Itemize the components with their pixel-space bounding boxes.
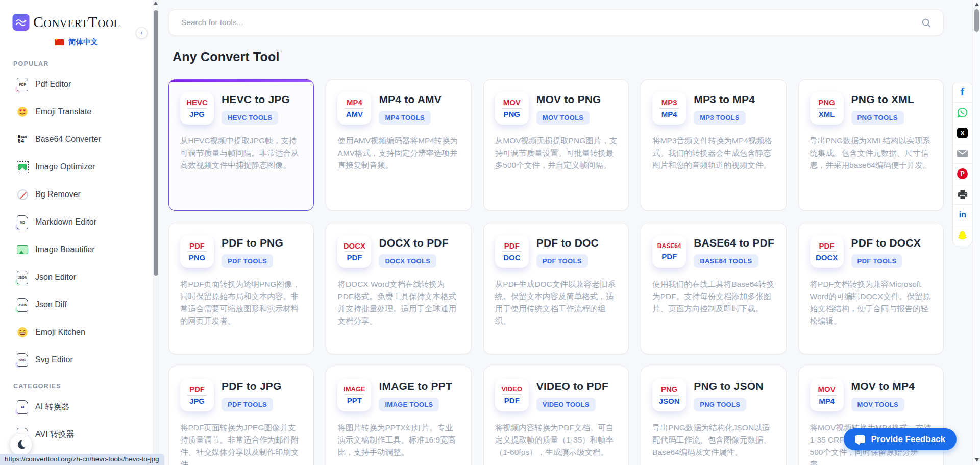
sidebar-item-ai[interactable]: AI AI 转换器 [0, 393, 153, 421]
sidebar-item-label: AI 转换器 [35, 402, 70, 412]
sidebar-item-pdf-editor[interactable]: PDF Pdf Editor [0, 70, 153, 98]
badge-to-format: PDF [347, 254, 362, 261]
card-description: 将图片转换为PPTX幻灯片。专业演示文稿制作工具。标准16:9宽高比，支持手动调… [337, 422, 459, 458]
tool-card-pdf-to-doc[interactable]: PDF DOC PDF to DOC PDF TOOLS 从PDF生成DOC文件… [483, 223, 629, 354]
format-badge: PDF DOC [495, 235, 529, 268]
sidebar-item-markdown-editor[interactable]: MD Markdown Editor [0, 208, 153, 236]
facebook-share-button[interactable]: f [953, 82, 972, 103]
card-title: MP4 to AMV [379, 93, 442, 106]
tool-card-mov-to-png[interactable]: MOV PNG MOV to PNG MOV TOOLS 从MOV视频无损提取P… [483, 79, 629, 211]
badge-divider [502, 108, 522, 109]
card-category-tag[interactable]: IMAGE TOOLS [379, 398, 439, 411]
sidebar-item-svg-editor[interactable]: SVG Svg Editor [0, 346, 153, 374]
format-badge: PDF PNG [180, 235, 214, 268]
card-category-tag[interactable]: VIDEO TOOLS [536, 398, 596, 411]
page-scrollbar-thumb[interactable] [974, 9, 979, 32]
search-icon[interactable] [921, 17, 932, 29]
card-category-tag[interactable]: PDF TOOLS [222, 398, 273, 411]
card-category-tag[interactable]: PNG TOOLS [694, 398, 746, 411]
sidebar-item-emoji-kitchen[interactable]: Emoji Kitchen [0, 319, 153, 346]
page-scrollbar[interactable] [972, 0, 980, 465]
whatsapp-share-button[interactable] [953, 103, 972, 123]
brand-logo[interactable]: ConvertTool [0, 13, 137, 31]
tool-card-pdf-to-docx[interactable]: PDF DOCX PDF to DOCX PDF TOOLS 将PDF文档转换为… [798, 223, 944, 354]
sidebar-item-label: Image Optimizer [35, 162, 95, 172]
tool-card-base64-to-pdf[interactable]: BASE64 PDF BASE64 to PDF BASE64 TOOLS 使用… [641, 223, 786, 354]
card-category-tag[interactable]: PNG TOOLS [851, 111, 904, 125]
card-description: 导出PNG数据为XML结构以实现系统集成。包含文件元数据、尺寸信息，并采用bas… [810, 135, 932, 172]
card-title: MOV to PNG [536, 93, 601, 106]
dark-mode-toggle[interactable] [10, 433, 32, 456]
badge-from-format: VIDEO [502, 386, 522, 393]
pdf-file-icon: PDF [16, 78, 29, 91]
badge-divider [187, 251, 207, 252]
email-share-button[interactable] [953, 143, 972, 164]
sidebar-scrollbar-thumb[interactable] [154, 10, 158, 276]
tool-card-png-to-json[interactable]: PNG JSON PNG to JSON PNG TOOLS 导出PNG数据为结… [641, 366, 786, 465]
tool-card-docx-to-pdf[interactable]: DOCX PDF DOCX to PDF DOCX TOOLS 将DOCX Wo… [326, 223, 471, 354]
categories-section-label: CATEGORIES [13, 383, 153, 390]
tool-card-pdf-to-jpg[interactable]: PDF JPG PDF to JPG PDF TOOLS 将PDF页面转换为JP… [168, 366, 314, 465]
sidebar-item-image-optimizer[interactable]: Image Optimizer [0, 153, 153, 181]
sidebar-item-bg-remover[interactable]: Bg Remover [0, 181, 153, 208]
card-title: PNG to JSON [694, 380, 763, 393]
ai-file-icon: AI [16, 400, 29, 414]
sidebar-collapse-button[interactable]: ‹ [136, 27, 148, 39]
pinterest-share-button[interactable]: P [953, 164, 972, 184]
card-category-tag[interactable]: MOV TOOLS [851, 398, 904, 411]
card-category-tag[interactable]: PDF TOOLS [851, 254, 903, 268]
page-scroll-down-arrow[interactable] [975, 458, 979, 462]
badge-from-format: PDF [189, 385, 205, 393]
link-preview-statusbar: https://converttool.org/zh-cn/hevc-tools… [0, 454, 164, 465]
sidebar-item-base64-converter[interactable]: Base64 Base64 Converter [0, 126, 153, 153]
sidebar-item-json-editor[interactable]: JSON Json Editor [0, 263, 153, 291]
badge-from-format: MP4 [347, 99, 362, 106]
card-description: 将PDF文档转换为兼容Microsoft Word的可编辑DOCX文件。保留原始… [810, 278, 932, 327]
card-title: HEVC to JPG [222, 93, 290, 106]
card-title: PDF to DOC [536, 237, 599, 249]
badge-divider [345, 394, 364, 395]
page-scroll-up-arrow[interactable] [975, 3, 979, 6]
linkedin-share-button[interactable]: in [953, 205, 972, 225]
tool-card-image-to-ppt[interactable]: IMAGE PPT IMAGE to PPT IMAGE TOOLS 将图片转换… [326, 366, 471, 465]
sidebar-scrollbar[interactable] [153, 0, 159, 465]
badge-from-format: PDF [504, 242, 520, 250]
tool-card-hevc-to-jpg[interactable]: HEVC JPG HEVC to JPG HEVC TOOLS 从HEVC视频中… [168, 79, 314, 211]
badge-to-format: AMV [346, 110, 363, 118]
tool-card-pdf-to-png[interactable]: PDF PNG PDF to PNG PDF TOOLS 将PDF页面转换为透明… [168, 223, 314, 354]
card-category-tag[interactable]: BASE64 TOOLS [694, 254, 758, 268]
sidebar-item-label: Emoji Translate [35, 107, 91, 116]
search-input[interactable] [169, 18, 943, 27]
card-category-tag[interactable]: MP3 TOOLS [694, 111, 746, 125]
language-selector[interactable]: 简体中文 [0, 37, 153, 47]
image-crop-icon [16, 161, 29, 173]
email-icon [957, 149, 968, 158]
badge-divider [659, 108, 679, 109]
card-title: PDF to DOCX [851, 237, 921, 249]
sidebar-item-json-diff[interactable]: JSON Json Diff [0, 291, 153, 319]
tool-card-video-to-pdf[interactable]: VIDEO PDF VIDEO to PDF VIDEO TOOLS 将视频内容… [483, 366, 629, 465]
x-twitter-share-button[interactable]: X [953, 123, 972, 143]
card-category-tag[interactable]: PDF TOOLS [536, 254, 588, 268]
provide-feedback-button[interactable]: Provide Feedback [844, 428, 957, 450]
card-category-tag[interactable]: DOCX TOOLS [379, 254, 436, 268]
card-category-tag[interactable]: MOV TOOLS [536, 111, 590, 125]
main-content: Any Convert Tool HEVC JPG HEVC to JPG HE… [159, 0, 972, 465]
card-category-tag[interactable]: HEVC TOOLS [222, 111, 278, 125]
print-button[interactable] [953, 184, 972, 205]
tool-card-mp3-to-mp4[interactable]: MP3 MP4 MP3 to MP4 MP3 TOOLS 将MP3音频文件转换为… [641, 79, 786, 211]
tools-grid: HEVC JPG HEVC to JPG HEVC TOOLS 从HEVC视频中… [168, 79, 944, 465]
tool-card-png-to-xml[interactable]: PNG XML PNG to XML PNG TOOLS 导出PNG数据为XML… [798, 79, 944, 211]
tool-card-mp4-to-amv[interactable]: MP4 AMV MP4 to AMV MP4 TOOLS 使用AMV视频编码器将… [326, 79, 471, 211]
snapchat-share-button[interactable] [953, 225, 972, 246]
sidebar-item-label: Markdown Editor [35, 217, 96, 227]
sidebar-item-emoji-translate[interactable]: Emoji Translate [0, 98, 153, 126]
sidebar-scroll-up-arrow[interactable] [154, 2, 158, 5]
sidebar-item-image-beautifier[interactable]: Image Beautifier [0, 236, 153, 263]
badge-from-format: PNG [818, 99, 835, 106]
pinterest-icon: P [957, 168, 968, 179]
card-category-tag[interactable]: PDF TOOLS [222, 254, 273, 268]
sidebar-item-label: Base64 Converter [35, 135, 101, 144]
card-description: 从PDF生成DOC文件以兼容老旧系统。保留文本内容及简单格式，适用于使用传统文档… [495, 278, 617, 327]
card-category-tag[interactable]: MP4 TOOLS [379, 111, 431, 125]
